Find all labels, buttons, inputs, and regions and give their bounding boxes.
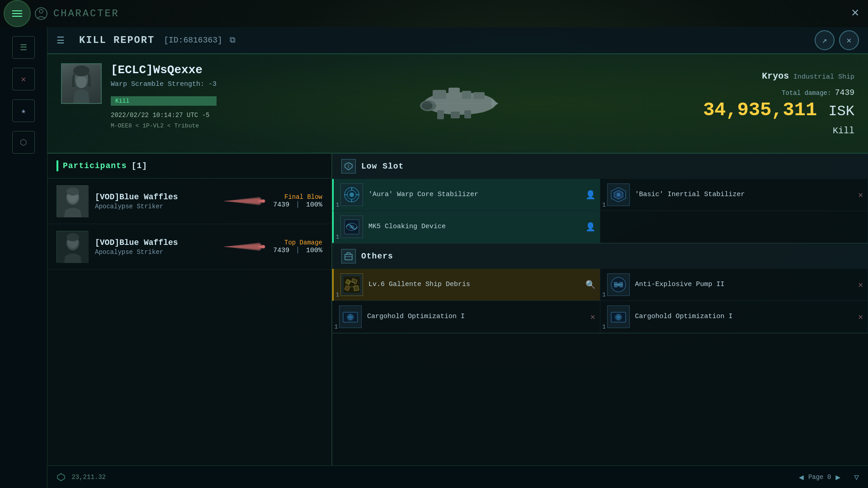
pagination: ◀ Page 0 ▶ ▽ bbox=[799, 472, 859, 482]
close-icon: ✕ bbox=[847, 35, 852, 45]
shield-icon bbox=[344, 162, 353, 171]
item-icon-cargohold-1 bbox=[339, 305, 362, 328]
victim-avatar bbox=[61, 63, 102, 104]
participant-1-name: [VOD]Blue Waffles bbox=[95, 192, 214, 202]
isk-label: ISK bbox=[828, 103, 854, 120]
kill-report-header: ☰ KILL REPORT [ID:6816363] ⧉ ↗ ✕ bbox=[47, 27, 868, 54]
ship-svg bbox=[387, 63, 532, 144]
next-page-button[interactable]: ▶ bbox=[835, 472, 840, 482]
main-panel: ☰ KILL REPORT [ID:6816363] ⧉ ↗ ✕ bbox=[47, 27, 868, 488]
slot-item-empty bbox=[600, 211, 868, 243]
person-icon[interactable]: 👤 bbox=[585, 190, 595, 200]
svg-rect-9 bbox=[462, 91, 471, 99]
share-button[interactable]: ↗ bbox=[815, 30, 835, 50]
left-sidebar: ☰ ✕ ★ ⬡ bbox=[0, 27, 47, 488]
others-items: 1 bbox=[332, 269, 868, 333]
svg-rect-14 bbox=[437, 110, 444, 119]
person-icon[interactable]: 👤 bbox=[585, 222, 595, 232]
victim-info: [ECLC]WsQexxe Warp Scramble Strength: -3… bbox=[47, 54, 230, 153]
svg-point-57 bbox=[349, 316, 352, 319]
kill-stats: Kryos Industrial Ship Total damage: 7439… bbox=[689, 54, 868, 153]
bottom-bar: 23,211.32 ◀ Page 0 ▶ ▽ bbox=[47, 465, 868, 488]
page-info: Page 0 bbox=[808, 474, 831, 481]
close-icon[interactable]: ✕ bbox=[590, 312, 595, 322]
item-count: 1 bbox=[336, 292, 339, 298]
svg-marker-63 bbox=[57, 474, 65, 481]
svg-point-1 bbox=[39, 9, 43, 13]
cloaking-device-icon bbox=[343, 218, 361, 236]
cargo-icon bbox=[344, 252, 353, 261]
content-area: Participants [1] [VOD]Blue Waffles A bbox=[47, 154, 868, 465]
kill-badge: Kill bbox=[111, 96, 217, 106]
search-icon[interactable]: 🔍 bbox=[585, 280, 595, 290]
star-icon: ★ bbox=[21, 106, 26, 116]
prev-page-button[interactable]: ◀ bbox=[799, 472, 804, 482]
victim-warp-scramble: Warp Scramble Strength: -3 bbox=[111, 80, 217, 88]
victim-name: [ECLC]WsQexxe bbox=[111, 63, 217, 77]
kill-timestamp: 2022/02/22 10:14:27 UTC -5 bbox=[111, 112, 217, 119]
participant-1-weapon bbox=[221, 195, 266, 207]
close-icon[interactable]: ✕ bbox=[858, 190, 863, 200]
participant-2-avatar bbox=[57, 231, 88, 263]
total-damage-area: Total damage: 7439 bbox=[703, 88, 854, 97]
participant-1-avatar bbox=[57, 185, 88, 217]
svg-rect-16 bbox=[464, 110, 471, 118]
item-name-inertial: 'Basic' Inertial Stabilizer bbox=[635, 190, 745, 199]
inertial-stabilizer-icon bbox=[609, 186, 627, 204]
victim-details: [ECLC]WsQexxe Warp Scramble Strength: -3… bbox=[111, 63, 217, 129]
kill-report-title: KILL REPORT bbox=[79, 35, 155, 46]
sidebar-hex-icon[interactable]: ⬡ bbox=[12, 131, 35, 154]
low-slot-header: Low Slot bbox=[332, 154, 868, 179]
app-title-area: CHARACTER bbox=[34, 7, 119, 20]
close-icon[interactable]: ✕ bbox=[858, 312, 863, 322]
slot-item: 1 Anti-Explosive Pump II bbox=[600, 269, 868, 301]
participant-2-ship: Apocalypse Striker bbox=[95, 249, 214, 256]
app-close-button[interactable]: ✕ bbox=[851, 5, 859, 20]
share-icon: ↗ bbox=[822, 35, 827, 45]
sidebar-star-icon[interactable]: ★ bbox=[12, 99, 35, 122]
ship-name: Kryos bbox=[762, 71, 789, 81]
header-menu-button[interactable]: ☰ bbox=[57, 35, 70, 46]
sidebar-menu-icon[interactable]: ☰ bbox=[12, 36, 35, 59]
svg-point-5 bbox=[73, 66, 90, 76]
svg-point-32 bbox=[349, 192, 354, 197]
victim-avatar-inner bbox=[62, 64, 101, 103]
copy-icon[interactable]: ⧉ bbox=[230, 36, 236, 45]
item-count: 1 bbox=[336, 234, 339, 240]
x-icon: ✕ bbox=[21, 74, 26, 84]
close-report-button[interactable]: ✕ bbox=[839, 30, 859, 50]
slot-item: 1 bbox=[332, 269, 600, 301]
svg-rect-43 bbox=[345, 254, 352, 260]
participant-2-stats: Top Damage 7439 | 100% bbox=[273, 239, 322, 254]
victim-face-svg bbox=[63, 65, 99, 103]
close-icon[interactable]: ✕ bbox=[858, 280, 863, 290]
slot-item: 1 'Aura' Warp bbox=[332, 179, 600, 211]
participant-1-damage: 7439 | 100% bbox=[273, 201, 322, 209]
cargohold-opt-2-icon bbox=[609, 308, 627, 326]
hexagon-icon: ⬡ bbox=[20, 137, 27, 147]
sidebar-close-icon[interactable]: ✕ bbox=[12, 68, 35, 90]
participant-1-info: [VOD]Blue Waffles Apocalypse Striker bbox=[95, 192, 214, 210]
total-damage-value: 7439 bbox=[835, 88, 854, 97]
svg-rect-8 bbox=[448, 88, 460, 99]
item-name-cargohold-1: Cargohold Optimization I bbox=[367, 312, 465, 321]
kill-banner: [ECLC]WsQexxe Warp Scramble Strength: -3… bbox=[47, 54, 868, 154]
participant-1-stats: Final Blow 7439 | 100% bbox=[273, 193, 322, 209]
filter-button[interactable]: ▽ bbox=[854, 472, 859, 482]
participant-1-face bbox=[57, 186, 89, 217]
warp-core-stabilizer-icon bbox=[343, 186, 361, 204]
hamburger-menu-button[interactable] bbox=[4, 0, 31, 27]
low-slot-title: Low Slot bbox=[361, 162, 404, 171]
slot-item: 1 MK5 Cloaking Device 👤 bbox=[332, 211, 600, 243]
participant-2-info: [VOD]Blue Waffles Apocalypse Striker bbox=[95, 238, 214, 256]
slot-item: 1 Cargohold Optimization I ✕ bbox=[332, 301, 600, 333]
participant-item: [VOD]Blue Waffles Apocalypse Striker Fin… bbox=[47, 178, 331, 224]
svg-point-23 bbox=[66, 188, 79, 196]
participants-title: Participants bbox=[63, 161, 127, 170]
low-slot-icon bbox=[341, 159, 356, 174]
item-icon-inertial bbox=[607, 183, 630, 206]
svg-rect-10 bbox=[473, 92, 485, 99]
hamburger-icon bbox=[12, 10, 22, 17]
kill-report-id: [ID:6816363] ⧉ bbox=[164, 36, 235, 45]
others-section: Others 1 bbox=[332, 244, 868, 333]
